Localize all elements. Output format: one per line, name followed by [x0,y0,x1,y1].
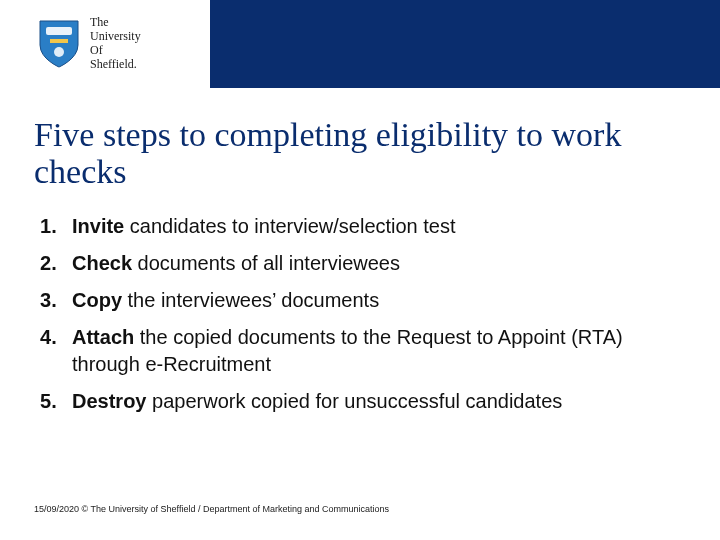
logo-line: Sheffield. [90,58,141,72]
svg-rect-0 [46,27,72,35]
step-strong: Copy [72,289,122,311]
logo-box: The University Of Sheffield. [0,0,210,88]
list-item: Copy the interviewees’ documents [34,287,686,314]
step-rest: paperwork copied for unsuccessful candid… [146,390,562,412]
step-strong: Attach [72,326,134,348]
list-item: Attach the copied documents to the Reque… [34,324,686,378]
step-rest: documents of all interviewees [132,252,400,274]
step-rest: candidates to interview/selection test [124,215,455,237]
footer-text: 15/09/2020 © The University of Sheffield… [34,504,389,514]
logo-text: The University Of Sheffield. [90,16,141,71]
slide-title: Five steps to completing eligibility to … [34,116,686,191]
step-rest: the copied documents to the Request to A… [72,326,623,375]
slide-content: Five steps to completing eligibility to … [0,88,720,540]
svg-point-2 [54,47,64,57]
list-item: Invite candidates to interview/selection… [34,213,686,240]
steps-list: Invite candidates to interview/selection… [34,213,686,415]
logo-line: Of [90,44,141,58]
svg-rect-1 [50,39,68,43]
step-strong: Invite [72,215,124,237]
step-strong: Destroy [72,390,146,412]
university-crest-icon [38,19,80,69]
step-rest: the interviewees’ documents [122,289,379,311]
step-strong: Check [72,252,132,274]
logo-line: University [90,30,141,44]
list-item: Destroy paperwork copied for unsuccessfu… [34,388,686,415]
list-item: Check documents of all interviewees [34,250,686,277]
logo-line: The [90,16,141,30]
